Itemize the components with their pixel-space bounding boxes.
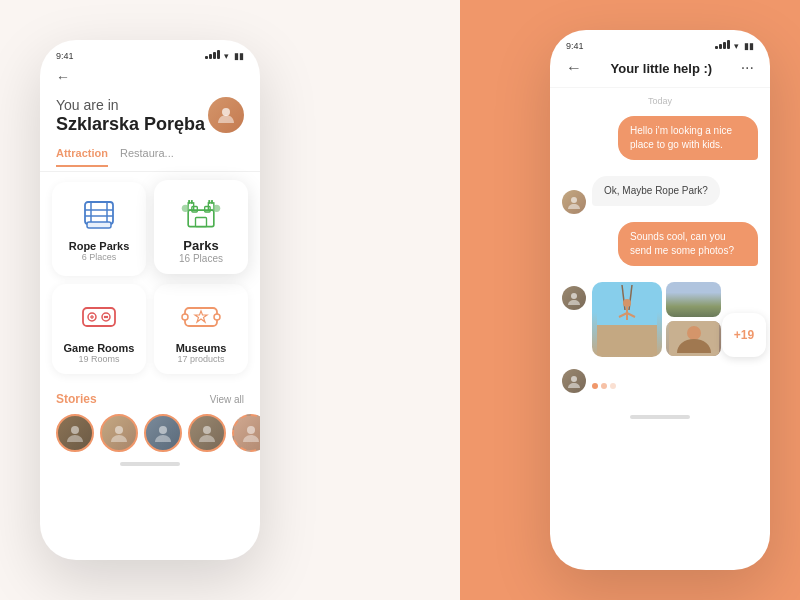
svg-rect-14	[191, 200, 193, 204]
svg-rect-15	[208, 200, 210, 204]
svg-point-32	[159, 426, 167, 434]
rope-park-icon	[77, 192, 121, 236]
photo-thumbnails	[592, 282, 721, 357]
svg-point-18	[213, 205, 220, 212]
museums-label: Museums	[176, 342, 227, 354]
signal-icon	[205, 50, 220, 59]
home-indicator-right	[630, 415, 690, 419]
svg-rect-38	[597, 325, 657, 355]
places-grid: Rope Parks 6 Places	[40, 172, 260, 384]
parks-icon	[179, 190, 223, 234]
rope-parks-label: Rope Parks	[69, 240, 130, 252]
home-indicator-left	[120, 462, 180, 466]
svg-point-33	[203, 426, 211, 434]
tab-restaurant[interactable]: Restaura...	[120, 147, 174, 167]
museums-icon	[179, 294, 223, 338]
svg-point-28	[182, 314, 188, 320]
stories-header: Stories View all	[56, 392, 244, 406]
svg-rect-13	[188, 200, 190, 204]
svg-point-35	[571, 197, 577, 203]
signal-icon-right	[715, 40, 730, 49]
dot-3	[610, 383, 616, 389]
stories-title: Stories	[56, 392, 97, 406]
chat-avatar-typing	[562, 369, 586, 393]
category-tabs: Attraction Restaura...	[40, 143, 260, 172]
game-rooms-icon	[77, 294, 121, 338]
chat-avatar-1	[562, 190, 586, 214]
rope-parks-sub: 6 Places	[82, 252, 117, 262]
back-button-right[interactable]: ←	[566, 59, 582, 77]
photo-small-col	[666, 282, 721, 357]
svg-point-30	[71, 426, 79, 434]
time-left: 9:41	[56, 51, 74, 61]
date-label: Today	[562, 96, 758, 106]
story-avatar-4[interactable]	[188, 414, 226, 452]
svg-point-41	[623, 299, 631, 307]
status-bar-left: 9:41 ▾ ▮▮	[40, 40, 260, 65]
svg-point-47	[571, 376, 577, 382]
card-parks[interactable]: Parks 16 Places	[154, 180, 248, 274]
dot-1	[592, 383, 598, 389]
game-rooms-sub: 19 Rooms	[78, 354, 119, 364]
chat-title: Your little help :)	[611, 61, 713, 76]
message-row-received-1: Ok, Maybe Rope Park?	[562, 176, 758, 214]
status-bar-right: 9:41 ▾ ▮▮	[550, 30, 770, 55]
svg-rect-10	[196, 218, 207, 227]
parks-sub: 16 Places	[179, 253, 223, 264]
battery-icon: ▮▮	[234, 51, 244, 61]
tab-attraction[interactable]: Attraction	[56, 147, 108, 167]
parks-label: Parks	[183, 238, 218, 253]
view-all-button[interactable]: View all	[210, 394, 244, 405]
svg-point-31	[115, 426, 123, 434]
wifi-icon: ▾	[224, 51, 229, 61]
svg-point-29	[214, 314, 220, 320]
svg-rect-6	[87, 222, 111, 228]
svg-point-34	[247, 426, 255, 434]
card-museums[interactable]: Museums 17 products	[154, 284, 248, 374]
card-rope-parks[interactable]: Rope Parks 6 Places	[52, 182, 146, 276]
time-right: 9:41	[566, 41, 584, 51]
svg-point-46	[687, 326, 701, 340]
signal-wifi-battery: ▾ ▮▮	[205, 50, 244, 61]
story-avatar-5[interactable]	[232, 414, 260, 452]
stories-section: Stories View all	[40, 384, 260, 456]
svg-rect-9	[205, 207, 211, 213]
typing-indicator	[562, 369, 758, 393]
message-sent-2: Sounds cool, can you send me some photos…	[618, 222, 758, 266]
wifi-icon-right: ▾	[734, 41, 739, 51]
story-avatar-1[interactable]	[56, 414, 94, 452]
phone-left: 9:41 ▾ ▮▮ ← You are in Szklarska Poręba	[40, 40, 260, 560]
typing-dots	[592, 379, 616, 393]
stories-row	[56, 414, 244, 452]
chat-messages: Today Hello i'm looking a nice place to …	[550, 88, 770, 409]
svg-point-17	[182, 205, 189, 212]
user-avatar[interactable]	[208, 97, 244, 133]
photo-1[interactable]	[592, 282, 662, 357]
svg-rect-16	[211, 200, 213, 204]
svg-rect-7	[188, 211, 214, 228]
more-photos-badge[interactable]: +19	[722, 313, 766, 357]
location-title: You are in Szklarska Poręba	[56, 97, 205, 135]
photo-3[interactable]	[666, 321, 721, 356]
svg-point-25	[106, 316, 108, 318]
message-received-1: Ok, Maybe Rope Park?	[592, 176, 720, 206]
svg-point-0	[222, 108, 230, 116]
chat-header: ← Your little help :) ···	[550, 55, 770, 88]
more-options-button[interactable]: ···	[741, 59, 754, 77]
svg-marker-27	[195, 311, 207, 322]
card-game-rooms[interactable]: Game Rooms 19 Rooms	[52, 284, 146, 374]
dot-2	[601, 383, 607, 389]
photo-2[interactable]	[666, 282, 721, 317]
game-rooms-label: Game Rooms	[64, 342, 135, 354]
story-avatar-2[interactable]	[100, 414, 138, 452]
signal-right: ▾ ▮▮	[715, 40, 754, 51]
svg-rect-8	[192, 207, 198, 213]
svg-rect-1	[85, 202, 113, 224]
story-avatar-3[interactable]	[144, 414, 182, 452]
location-header: You are in Szklarska Poręba	[40, 93, 260, 143]
message-sent-1: Hello i'm looking a nice place to go wit…	[618, 116, 758, 160]
photos-container: +19	[562, 282, 758, 361]
back-button-left[interactable]: ←	[40, 65, 260, 93]
chat-avatar-2	[562, 286, 586, 310]
museums-sub: 17 products	[177, 354, 224, 364]
